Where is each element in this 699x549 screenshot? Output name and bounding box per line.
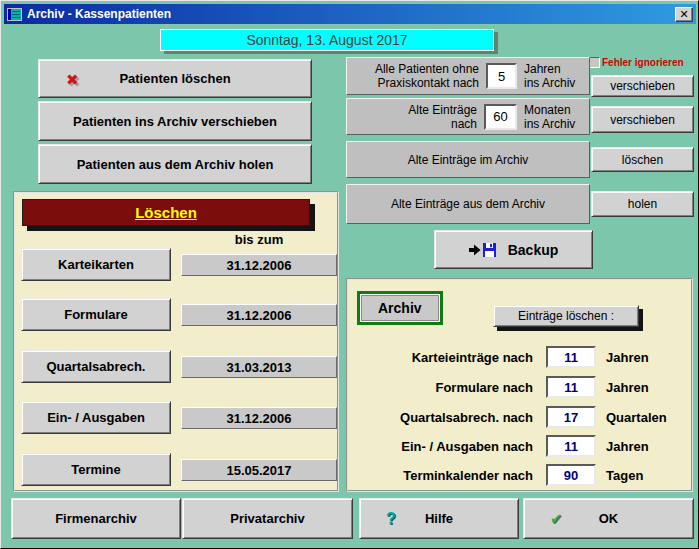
- archiv-panel: Archiv Einträge löschen : Karteieinträge…: [346, 278, 693, 492]
- delete-x-icon: ✖: [66, 71, 79, 86]
- patienten-loeschen-label: Patienten löschen: [119, 71, 230, 86]
- jahre-ins-archiv-input[interactable]: [486, 63, 517, 89]
- patienten-aus-archiv-label: Patienten aus dem Archiv holen: [77, 157, 274, 172]
- verschieben-label-1: verschieben: [610, 79, 675, 93]
- privatarchiv-label: Privatarchiv: [230, 511, 304, 526]
- hilfe-button[interactable]: ? Hilfe: [359, 498, 519, 539]
- quartalsabrech-nach-label: Quartalsabrech. nach: [348, 410, 533, 425]
- karteieintraege-unit: Jahren: [606, 350, 649, 365]
- alte-eintraege-aus-archiv-panel: Alte Einträge aus dem Archiv: [346, 184, 590, 224]
- ok-check-icon: ✔: [550, 510, 563, 528]
- formulare-nach-unit: Jahren: [606, 380, 649, 395]
- verschieben-button-1[interactable]: verschieben: [591, 75, 694, 97]
- titlebar: Archiv - Kassenpatienten ✕: [4, 4, 696, 24]
- firmenarchiv-label: Firmenarchiv: [55, 511, 137, 526]
- formulare-nach-input[interactable]: [546, 376, 596, 398]
- terminkalender-row: Terminkalender nach Tagen: [348, 464, 691, 486]
- quartalsabrech-button[interactable]: Quartalsabrech.: [21, 350, 171, 383]
- monate-ins-archiv-input[interactable]: [484, 104, 517, 130]
- karteieintraege-label: Karteieinträge nach: [348, 350, 533, 365]
- terminkalender-nach-input[interactable]: [546, 464, 596, 486]
- patienten-ins-archiv-button[interactable]: Patienten ins Archiv verschieben: [38, 101, 312, 141]
- karteieintraege-row: Karteieinträge nach Jahren: [348, 346, 691, 368]
- loeschen-button-label: löschen: [622, 153, 663, 167]
- ok-button[interactable]: ✔ OK: [523, 498, 694, 539]
- alte-eintraege-panel: Alte Einträge nach Monaten ins Archiv: [346, 98, 590, 135]
- window-title: Archiv - Kassenpatienten: [27, 7, 171, 21]
- loeschen-button[interactable]: löschen: [591, 147, 694, 172]
- date-banner: Sonntag, 13. August 2017: [160, 29, 494, 51]
- bis-zum-header: bis zum: [181, 232, 337, 247]
- eintraege-loeschen-label: Einträge löschen :: [518, 309, 614, 323]
- archiv-window: Archiv - Kassenpatienten ✕ Sonntag, 13. …: [0, 0, 699, 549]
- close-icon[interactable]: ✕: [675, 7, 693, 22]
- patienten-loeschen-button[interactable]: ✖ Patienten löschen: [38, 59, 312, 98]
- verschieben-label-2: verschieben: [610, 113, 675, 127]
- alle-patienten-panel: Alle Patienten ohne Praxiskontakt nach J…: [346, 57, 590, 95]
- window-form-icon: [7, 8, 22, 21]
- terminkalender-nach-unit: Tagen: [606, 468, 643, 483]
- alte-eintraege-im-archiv-label: Alte Einträge im Archiv: [408, 153, 529, 167]
- quartalsabrech-date: 31.03.2013: [181, 356, 337, 378]
- patienten-ins-archiv-label: Patienten ins Archiv verschieben: [73, 114, 277, 129]
- alte-eintraege-label: Alte Einträge nach: [347, 103, 477, 131]
- help-icon: ?: [386, 510, 396, 528]
- patienten-aus-archiv-button[interactable]: Patienten aus dem Archiv holen: [38, 144, 312, 184]
- ein-ausgaben-nach-unit: Jahren: [606, 439, 649, 454]
- holen-button[interactable]: holen: [591, 191, 694, 217]
- formulare-button[interactable]: Formulare: [21, 298, 171, 331]
- alte-eintraege-aus-archiv-label: Alte Einträge aus dem Archiv: [391, 197, 545, 211]
- karteikarten-button[interactable]: Karteikarten: [21, 248, 171, 281]
- termine-date: 15.05.2017: [181, 459, 337, 481]
- ein-ausgaben-nach-input[interactable]: [546, 435, 596, 457]
- ein-ausgaben-nach-label: Ein- / Ausgaben nach: [348, 439, 533, 454]
- backup-label: Backup: [508, 242, 559, 258]
- termine-button[interactable]: Termine: [21, 453, 171, 486]
- quartalsabrech-nach-input[interactable]: [546, 406, 596, 428]
- archiv-panel-title: Archiv: [361, 295, 439, 321]
- privatarchiv-button[interactable]: Privatarchiv: [182, 498, 353, 539]
- ein-ausgaben-date: 31.12.2006: [181, 407, 337, 429]
- backup-disk-icon: [469, 242, 496, 258]
- loeschen-panel-title: Löschen: [22, 199, 310, 226]
- holen-button-label: holen: [628, 197, 657, 211]
- alte-eintraege-im-archiv-panel: Alte Einträge im Archiv: [346, 141, 590, 178]
- firmenarchiv-button[interactable]: Firmenarchiv: [11, 498, 181, 539]
- hilfe-label: Hilfe: [425, 511, 453, 526]
- karteieintraege-input[interactable]: [546, 346, 596, 368]
- checkbox-box[interactable]: [589, 57, 600, 68]
- karteikarten-date: 31.12.2006: [181, 254, 337, 276]
- eintraege-loeschen-button[interactable]: Einträge löschen :: [493, 305, 639, 327]
- fehler-ignorieren-label: Fehler ignorieren: [602, 57, 684, 68]
- monaten-ins-archiv-unit: Monaten ins Archiv: [517, 103, 589, 131]
- formulare-nach-label: Formulare nach: [348, 380, 533, 395]
- formulare-row: Formulare nach Jahren: [348, 376, 691, 398]
- formulare-date: 31.12.2006: [181, 304, 337, 326]
- ein-ausgaben-button[interactable]: Ein- / Ausgaben: [21, 401, 171, 434]
- quartalsabrech-row: Quartalsabrech. nach Quartalen: [348, 406, 691, 428]
- archiv-panel-title-frame: Archiv: [357, 291, 443, 325]
- ok-label: OK: [599, 511, 619, 526]
- quartalsabrech-nach-unit: Quartalen: [606, 410, 667, 425]
- verschieben-button-2[interactable]: verschieben: [591, 106, 694, 133]
- ein-ausgaben-row: Ein- / Ausgaben nach Jahren: [348, 435, 691, 457]
- fehler-ignorieren-checkbox[interactable]: Fehler ignorieren: [589, 56, 684, 69]
- alle-patienten-label: Alle Patienten ohne Praxiskontakt nach: [347, 62, 479, 90]
- jahren-ins-archiv-unit: Jahren ins Archiv: [517, 62, 589, 90]
- loeschen-panel: Löschen bis zum Karteikarten 31.12.2006 …: [13, 191, 339, 492]
- terminkalender-nach-label: Terminkalender nach: [348, 468, 533, 483]
- backup-button[interactable]: Backup: [434, 230, 593, 269]
